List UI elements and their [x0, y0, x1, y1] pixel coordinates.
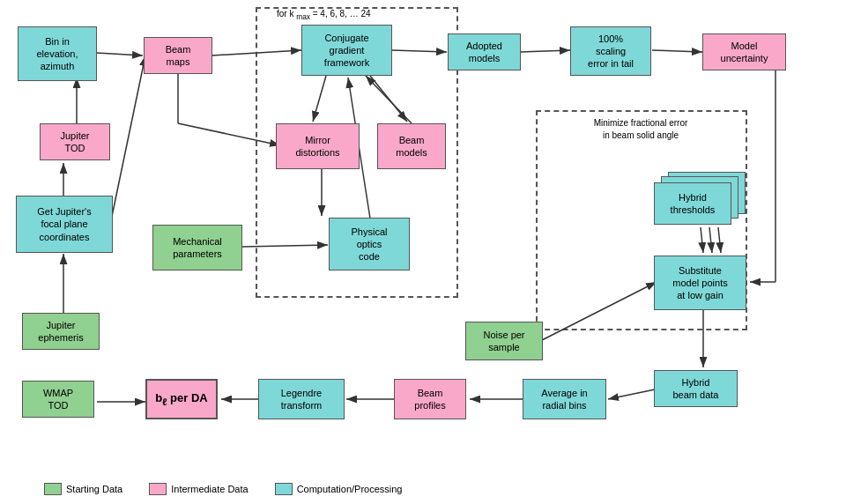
bin-elevation-node: Bin inelevation,azimuth	[18, 26, 97, 81]
beam-models-node: Beammodels	[377, 123, 446, 169]
conjugate-gradient-node: Conjugategradientframework	[301, 25, 392, 76]
average-radial-node: Average inradial bins	[523, 379, 606, 419]
legend-intermediate-label: Intermediate Data	[171, 484, 248, 494]
beam-profiles-node: Beamprofiles	[394, 379, 466, 419]
svg-line-4	[520, 50, 570, 52]
scaling-error-node: 100%scalingerror in tail	[570, 26, 651, 76]
diagram-container: for k max = 4, 6, 8, … 24 Minimize fract…	[0, 0, 846, 504]
legend-starting-data: Starting Data	[44, 483, 122, 495]
kmax-label: for k max = 4, 6, 8, … 24	[273, 9, 375, 21]
legend-computation-label: Computation/Processing	[297, 484, 403, 494]
hybrid-thresholds-front: Hybridthresholds	[654, 182, 731, 225]
legend-starting-label: Starting Data	[66, 484, 122, 494]
beam-maps-node: Beammaps	[144, 37, 212, 74]
svg-line-23	[608, 389, 659, 399]
legend-intermediate-box	[149, 483, 167, 495]
bl-per-da-node: bℓ per DA	[145, 379, 218, 419]
svg-line-1	[97, 53, 143, 56]
physical-optics-node: Physicalopticscode	[329, 218, 410, 271]
jupiter-ephemeris-node: Jupiterephemeris	[22, 313, 100, 350]
adopted-models-node: Adoptedmodels	[448, 33, 521, 70]
wmap-tod-node: WMAPTOD	[22, 381, 94, 418]
hybrid-beam-data-node: Hybridbeam data	[654, 370, 738, 407]
mechanical-params-node: Mechanicalparameters	[152, 225, 242, 271]
legend-computation-box	[275, 483, 293, 495]
legend-computation: Computation/Processing	[275, 483, 403, 495]
legend-starting-box	[44, 483, 62, 495]
mirror-distortions-node: Mirrordistortions	[276, 123, 360, 169]
minimize-text: Minimize fractional errorin beam solid a…	[545, 117, 737, 142]
legend: Starting Data Intermediate Data Computat…	[44, 483, 402, 495]
svg-line-10	[110, 56, 145, 225]
model-uncertainty-node: Modeluncertainty	[702, 33, 786, 70]
svg-line-5	[652, 50, 702, 52]
noise-per-sample-node: Noise persample	[465, 322, 543, 360]
jupiter-tod-node: JupiterTOD	[40, 123, 110, 160]
legendre-transform-node: Legendretransform	[258, 379, 345, 419]
substitute-model-node: Substitutemodel pointsat low gain	[654, 256, 746, 310]
legend-intermediate-data: Intermediate Data	[149, 483, 248, 495]
get-jupiter-node: Get Jupiter'sfocal planecoordinates	[16, 196, 113, 253]
